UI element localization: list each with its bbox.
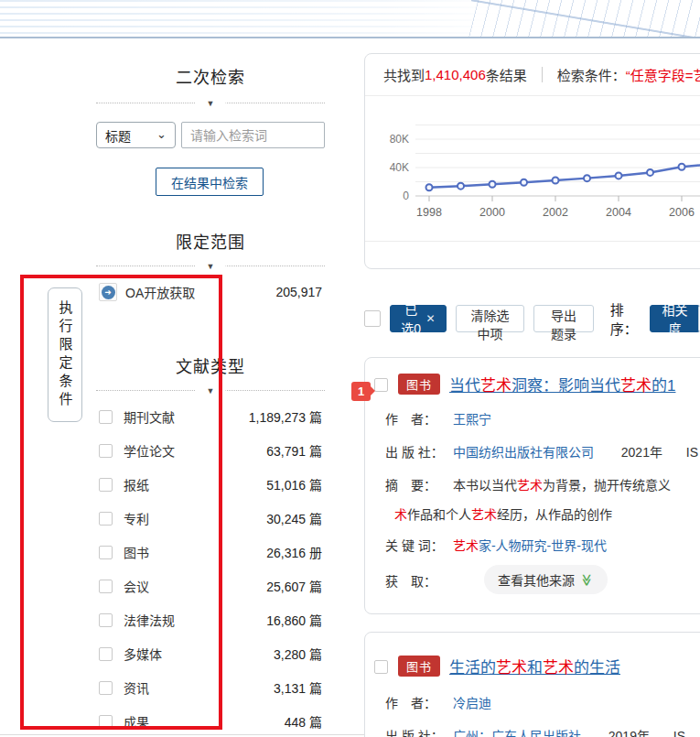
clear-selected-button[interactable]: 清除选中项 [456,305,525,332]
doc-type-checkbox[interactable] [99,647,113,661]
publisher-link[interactable]: 中国纺织出版社有限公司 [453,445,594,460]
doc-type-badge: 图书 [398,374,440,395]
search-field-selected-value: 标题 [105,126,131,145]
section-collapse-arrow-icon[interactable]: ▼ [196,260,226,273]
sort-label: 排序： [610,299,641,338]
execute-limit-conditions-button[interactable]: 执行限定条件 [48,287,82,422]
building-roofline-graphic [471,0,700,38]
doc-type-badge: 图书 [398,656,440,677]
doc-type-row[interactable]: 资讯 3,131 篇 [99,677,322,698]
abstract-line2: 术作品和个人艺术经历，从作品的创作 [394,504,612,523]
doc-type-row[interactable]: 报纸 51,016 篇 [99,474,322,494]
doc-type-checkbox[interactable] [99,613,113,627]
doc-type-count: 26,316 册 [266,543,322,561]
doc-type-label: 成果 [124,712,149,731]
close-icon[interactable]: ✕ [426,312,436,325]
doc-type-count: 3,131 篇 [274,678,322,697]
doc-type-checkbox[interactable] [99,580,113,593]
view-other-sources-button[interactable]: 查看其他来源 ≫ [484,565,608,594]
doc-type-label: 期刊文献 [124,407,175,426]
publisher-link[interactable]: 广州：广东人民出版社 [453,729,581,737]
doc-type-checkbox[interactable] [99,715,113,729]
results-header: 共找到 1,410,406 条结果 检索条件： “任意字段=艺 [365,54,700,96]
doc-type-checkbox[interactable] [99,512,113,526]
keywords-row: 关 键 词： 艺术家-人物研究-世界-现代 [385,536,607,554]
result-card: 图书 当代艺术洞察：影响当代艺术的1 作 者： 王熙宁 出 版 社： 中国纺织出… [364,357,700,614]
author-row: 作 者： 王熙宁 [385,409,491,428]
doc-type-checkbox[interactable] [99,410,113,424]
limit-scope-title: 限定范围 [92,229,329,253]
oa-open-access-filter[interactable]: ➜ OA开放获取 205,917 [99,281,322,303]
search-in-results-button[interactable]: 在结果中检索 [156,168,264,196]
author-label: 作 者： [385,409,449,428]
access-row: 获 取： [385,571,449,590]
selected-count-button[interactable]: 已选0 ✕ [390,305,447,332]
author-link[interactable]: 冷启迪 [453,696,491,710]
publish-year: 2021年 [621,445,662,460]
abstract-row: 摘 要： 本书以当代艺术为背景，抛开传统意义 [385,475,671,493]
doc-type-label: 资讯 [124,678,149,697]
isbn-cut-text: IS [673,729,685,737]
doc-type-count: 30,245 篇 [266,509,322,527]
publish-year: 2019年 [608,729,650,737]
section-divider: ▼ [96,390,325,391]
svg-text:1998: 1998 [416,206,442,219]
doc-type-count: 448 篇 [285,712,322,731]
search-input[interactable] [181,122,325,148]
oa-label: OA开放获取 [125,283,195,301]
results-summary-panel: 共找到 1,410,406 条结果 检索条件： “任意字段=艺 040K80K1… [364,53,700,269]
svg-text:0: 0 [403,190,409,202]
svg-text:40K: 40K [390,161,409,174]
results-count: 1,410,406 [425,67,486,82]
svg-text:2002: 2002 [543,206,568,219]
doc-type-checkbox[interactable] [99,444,113,458]
keywords-label: 关 键 词： [385,536,449,554]
chart-bottom-divider [365,241,700,242]
doc-type-label: 多媒体 [124,645,162,663]
doc-types-title: 文献类型 [92,353,329,377]
doc-type-row[interactable]: 专利 30,245 篇 [99,508,322,528]
result-title-link[interactable]: 当代艺术洞察：影响当代艺术的1 [449,373,675,396]
oa-icon-box: ➜ [99,283,117,301]
doc-type-row[interactable]: 学位论文 63,791 篇 [99,440,322,461]
doc-type-count: 3,280 篇 [274,645,322,663]
section-collapse-arrow-icon[interactable]: ▼ [196,385,226,397]
sort-relevance-button[interactable]: 相关度 [650,305,700,332]
section-divider: ▼ [96,266,325,266]
doc-type-row[interactable]: 法律法规 16,860 篇 [99,610,322,630]
doc-type-checkbox[interactable] [99,681,113,695]
keywords-links[interactable]: 艺术家-人物研究-世界-现代 [453,538,607,553]
doc-type-count: 63,791 篇 [266,441,322,460]
svg-text:80K: 80K [390,133,409,146]
select-all-checkbox[interactable] [364,310,381,327]
section-collapse-arrow-icon[interactable]: ▼ [196,97,226,110]
doc-type-row[interactable]: 图书 26,316 册 [99,542,322,562]
doc-type-row[interactable]: 成果 448 篇 [99,711,322,732]
search-field-select[interactable]: 标题 ⌄ [96,122,176,148]
result-checkbox[interactable] [374,378,388,392]
doc-type-label: 学位论文 [124,441,175,460]
top-banner [0,0,700,38]
svg-text:2000: 2000 [479,206,505,219]
access-label: 获 取： [385,571,449,590]
secondary-search-title: 二次检索 [92,64,329,88]
chevron-down-icon: ⌄ [156,127,167,141]
doc-type-row[interactable]: 期刊文献 1,189,273 篇 [99,406,322,427]
result-card: 图书 生活的艺术和艺术的生活 作 者： 冷启迪 出 版 社： 广州：广东人民出版… [364,632,700,737]
doc-type-list: 期刊文献 1,189,273 篇 学位论文 63,791 篇 报纸 51,016… [99,406,322,732]
result-title-link[interactable]: 生活的艺术和艺术的生活 [449,655,620,677]
doc-type-row[interactable]: 会议 25,607 篇 [99,576,322,596]
author-link[interactable]: 王熙宁 [453,412,491,427]
svg-text:2006: 2006 [669,206,695,219]
doc-type-row[interactable]: 多媒体 3,280 篇 [99,644,322,664]
doc-type-checkbox[interactable] [99,478,113,492]
results-count-prefix: 共找到 [383,65,425,84]
doc-type-checkbox[interactable] [99,546,113,559]
doc-type-label: 报纸 [124,475,149,493]
export-citations-button[interactable]: 导出题录 [533,305,593,332]
author-row: 作 者： 冷启迪 [385,693,491,711]
vertical-separator [542,67,543,82]
result-checkbox[interactable] [374,660,388,674]
circle-arrow-icon: ➜ [102,286,115,299]
abstract-label: 摘 要： [385,475,449,493]
